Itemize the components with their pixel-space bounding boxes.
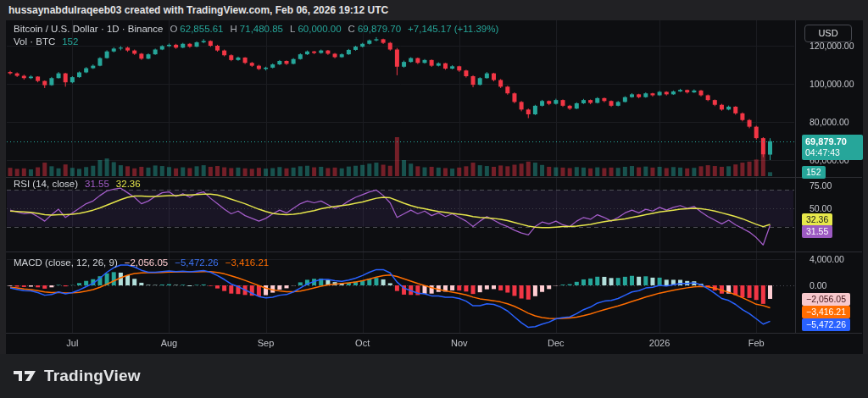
time-axis-label: Oct (344, 338, 381, 348)
high-label: H (231, 24, 237, 34)
change-value: +7,145.17 (+11.39%) (408, 24, 498, 34)
macd-legend: MACD (close, 12, 26, 9) −2,056.05 −5,472… (14, 257, 269, 268)
macd-hist-badge: −2,056.05 (802, 293, 850, 306)
volume-label[interactable]: Vol · BTC (14, 36, 55, 47)
rsi-legend: RSI (14, close) 31.55 32.36 (14, 179, 141, 189)
open-label: O (170, 24, 177, 34)
macd-signal-value: −3,416.21 (225, 257, 269, 268)
macd-signal-badge: −3,416.21 (802, 306, 850, 318)
attribution-bar: hussaynabdulraqeeb03 created with Tradin… (0, 0, 868, 20)
footer-bar: TradingView (0, 354, 868, 398)
close-label: C (348, 24, 355, 34)
currency-button[interactable]: USD (804, 25, 852, 42)
symbol-title[interactable]: Bitcoin / U.S. Dollar · 1D · Binance (14, 24, 163, 34)
rsi-title[interactable]: RSI (14, close) (14, 179, 78, 189)
time-axis-label: Sep (248, 338, 285, 348)
time-axis-label: Feb (737, 338, 775, 348)
current-volume-badge: 152 (802, 166, 826, 179)
axis-label: 4,000.00 (810, 254, 844, 264)
macd-line-value: −5,472.26 (175, 257, 218, 268)
close-value: 69,879.70 (358, 24, 401, 34)
high-value: 71,480.85 (240, 24, 283, 34)
volume-value: 152 (62, 36, 78, 47)
attribution-text: hussaynabdulraqeeb03 created with Tradin… (8, 4, 388, 16)
rsi-value: 31.55 (85, 179, 109, 189)
open-value: 62,855.61 (180, 24, 223, 34)
axis-label: 0.00 (810, 280, 826, 290)
bar-countdown: 04:47:43 (805, 147, 860, 158)
macd-title[interactable]: MACD (close, 12, 26, 9) (14, 257, 118, 268)
time-axis-label: Jul (53, 338, 91, 348)
axis-label: 80,000.00 (810, 117, 849, 127)
tradingview-chart-screenshot: hussaynabdulraqeeb03 created with Tradin… (0, 0, 868, 398)
volume-legend: Vol · BTC 152 (14, 36, 78, 47)
time-axis-label: Dec (537, 338, 575, 348)
time-axis-label: 2026 (641, 338, 678, 348)
macd-line-badge: −5,472.26 (802, 318, 850, 331)
current-price-value: 69,879.70 (805, 136, 860, 147)
tradingview-logo-icon[interactable] (12, 366, 37, 386)
axis-label: 75.00 (810, 180, 832, 191)
rsi-ma-badge: 32.36 (802, 213, 832, 226)
low-label: L (290, 24, 295, 34)
current-price-badge: 69,879.70 04:47:43 (802, 135, 863, 160)
axis-label: 50.00 (810, 203, 832, 213)
rsi-badge: 31.55 (802, 225, 832, 238)
axis-label: 100,000.00 (810, 79, 854, 89)
time-axis-label: Nov (441, 338, 478, 348)
tradingview-logo-text[interactable]: TradingView (44, 367, 141, 385)
rsi-ma-value: 32.36 (116, 179, 141, 189)
low-value: 60,000.00 (298, 24, 341, 34)
macd-hist-value: −2,056.05 (125, 257, 168, 268)
time-axis-label: Aug (150, 338, 187, 348)
symbol-legend: Bitcoin / U.S. Dollar · 1D · Binance O 6… (14, 24, 498, 34)
